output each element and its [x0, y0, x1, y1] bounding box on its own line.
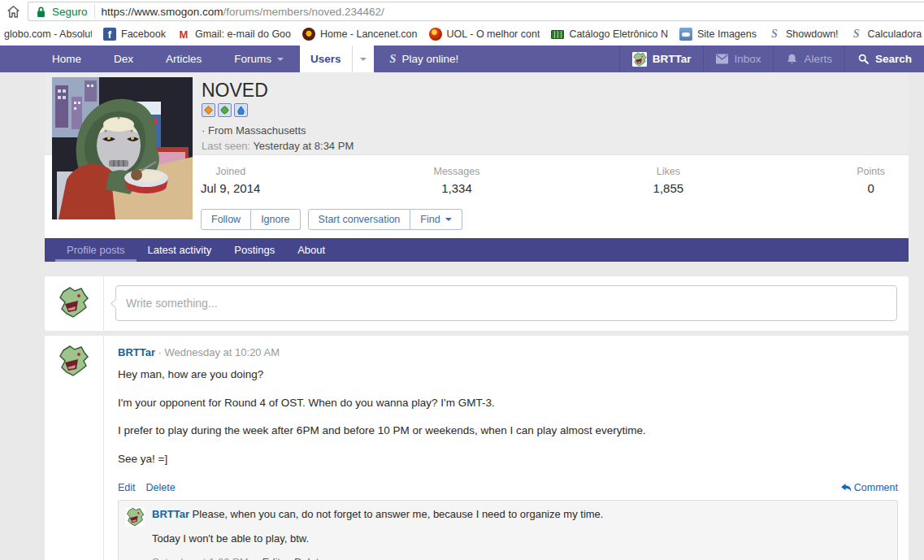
bookmark-catalogo[interactable]: Catálogo Eletrônico N: [545, 24, 674, 44]
nav-users-menu[interactable]: [352, 46, 374, 72]
post-header: BRTTar · Wednesday at 10:20 AM: [118, 346, 898, 358]
nav-play-online[interactable]: SPlay online!: [374, 46, 475, 72]
ignore-button[interactable]: Ignore: [251, 209, 300, 230]
chevron-down-icon: [277, 58, 284, 61]
post-actions: Edit Delete Comment: [118, 482, 898, 493]
bookmark-lancenet[interactable]: Home - Lancenet.con: [297, 24, 423, 44]
site-navbar: Home Dex Articles Forums Users SPlay onl…: [0, 46, 924, 72]
avatar: [632, 52, 647, 67]
avatar[interactable]: [125, 507, 145, 527]
security-label: Seguro: [52, 6, 88, 18]
edit-link[interactable]: Edit: [118, 482, 136, 493]
write-something-input[interactable]: [115, 285, 897, 321]
post-paragraph: I prefer to play during the week after 6…: [118, 423, 898, 438]
comment-body: BRTTar Please, when you can, do not forg…: [152, 508, 889, 520]
browser-chrome: Seguro https://www.smogon.com/forums/mem…: [0, 0, 924, 46]
composer-avatar-column: [45, 276, 104, 331]
water-drop-badge[interactable]: [234, 103, 248, 117]
follow-button[interactable]: Follow: [201, 209, 251, 230]
profile-username: NOVED: [202, 80, 909, 101]
tab-latest-activity[interactable]: Latest activity: [137, 238, 223, 262]
nav-search[interactable]: Search: [844, 46, 924, 72]
inbox-icon: [716, 54, 728, 64]
home-icon[interactable]: [6, 4, 21, 20]
comment-delete-link[interactable]: Delete: [294, 556, 325, 560]
comment-edit-link[interactable]: Edit: [262, 556, 280, 560]
tab-postings[interactable]: Postings: [223, 238, 286, 262]
images-icon: [679, 28, 692, 41]
post-paragraph: See ya! =]: [118, 452, 898, 467]
profile-actions: Follow Ignore Start conversation Find: [201, 209, 885, 230]
nav-home[interactable]: Home: [36, 46, 98, 72]
nav-inbox[interactable]: Inbox: [703, 46, 773, 72]
post-author-link[interactable]: BRTTar: [118, 346, 155, 358]
bookmarks-bar: globo.com - Absoluta fFacebook MGmail: e…: [0, 23, 924, 46]
main-nav: Home Dex Articles Forums Users SPlay onl…: [36, 46, 475, 72]
comment-author-link[interactable]: BRTTar: [152, 508, 189, 520]
facebook-icon: f: [103, 28, 116, 41]
profile-tabs: Profile posts Latest activity Postings A…: [45, 238, 909, 262]
tab-about[interactable]: About: [286, 238, 336, 262]
bookmark-gmail[interactable]: MGmail: e-mail do Goo: [171, 24, 297, 44]
stat-joined: JoinedJul 9, 2014: [201, 166, 260, 195]
stat-messages[interactable]: Messages1,334: [434, 166, 480, 195]
bookmark-uol[interactable]: UOL - O melhor cont: [423, 24, 546, 44]
find-button[interactable]: Find: [410, 209, 462, 230]
profile-last-seen: Last seen: Yesterday at 8:34 PM: [202, 140, 909, 152]
bookmark-site-imagens[interactable]: Site Imagens: [674, 24, 762, 44]
nav-articles[interactable]: Articles: [150, 46, 218, 72]
lock-icon: [37, 6, 46, 18]
comment-body-line2: Today I won't be able to play, btw.: [152, 532, 889, 545]
bookmark-facebook[interactable]: fFacebook: [98, 24, 171, 44]
nav-account[interactable]: BRTTar: [619, 46, 704, 72]
post-content: BRTTar · Wednesday at 10:20 AM Hey man, …: [104, 336, 909, 560]
showdown-icon: S: [850, 28, 863, 41]
user-nav: BRTTar Inbox Alerts Search: [619, 46, 924, 72]
profile-avatar[interactable]: [52, 77, 193, 219]
profile-post: BRTTar · Wednesday at 10:20 AM Hey man, …: [45, 336, 909, 560]
bookmark-showdown[interactable]: SShowdown!: [762, 24, 844, 44]
comment-link[interactable]: Comment: [841, 482, 898, 493]
uol-icon: [429, 28, 442, 41]
omnibox-divider: [94, 5, 95, 19]
nav-alerts[interactable]: Alerts: [773, 46, 844, 72]
green-creature-badge[interactable]: [218, 103, 232, 117]
stat-points[interactable]: Points0: [857, 166, 885, 195]
bookmark-globo[interactable]: globo.com - Absoluta: [2, 24, 98, 44]
orange-gem-badge[interactable]: [202, 103, 215, 117]
avatar[interactable]: [57, 345, 89, 377]
stat-likes[interactable]: Likes1,855: [653, 166, 684, 195]
profile-location: · From Massachusetts: [202, 124, 909, 137]
showdown-icon: S: [390, 53, 397, 66]
tab-profile-posts[interactable]: Profile posts: [55, 238, 137, 262]
gmail-icon: M: [177, 28, 190, 41]
composer-card: [45, 276, 909, 331]
page-body: NOVED · From Massachusetts Last seen: Ye…: [0, 72, 924, 560]
search-icon: [857, 54, 870, 64]
post-avatar-column: [45, 336, 104, 560]
nav-dex[interactable]: Dex: [98, 46, 150, 72]
bookmark-calculadora[interactable]: SCalculadora de de: [844, 24, 924, 44]
comment-footer: Saturday at 1:20 PM Edit Delete: [152, 556, 889, 560]
catalog-icon: [551, 28, 564, 41]
composer-main: [104, 276, 909, 331]
avatar[interactable]: [57, 286, 89, 319]
reply-arrow-icon: [841, 484, 852, 493]
post-paragraph: Hey man, how are you doing?: [118, 367, 898, 382]
nav-users[interactable]: Users: [300, 46, 352, 72]
chevron-down-icon: [360, 58, 367, 61]
delete-link[interactable]: Delete: [146, 482, 176, 493]
address-bar[interactable]: Seguro https://www.smogon.com/forums/mem…: [28, 2, 924, 21]
comment-timestamp: Saturday at 1:20 PM: [152, 556, 249, 560]
post-timestamp: Wednesday at 10:20 AM: [165, 346, 280, 358]
post-comment: BRTTar Please, when you can, do not forg…: [118, 500, 898, 560]
badge-row: [202, 103, 909, 117]
start-conversation-button[interactable]: Start conversation: [308, 209, 411, 230]
lancenet-icon: [302, 28, 315, 41]
stats-row: JoinedJul 9, 2014 Messages1,334 Likes1,8…: [201, 166, 885, 195]
nav-forums[interactable]: Forums: [218, 46, 300, 72]
post-paragraph: I'm your opponent for Round 4 of OST. Wh…: [118, 396, 898, 410]
bell-icon: [786, 54, 798, 64]
address-row: Seguro https://www.smogon.com/forums/mem…: [0, 0, 924, 23]
showdown-icon: S: [768, 28, 781, 41]
